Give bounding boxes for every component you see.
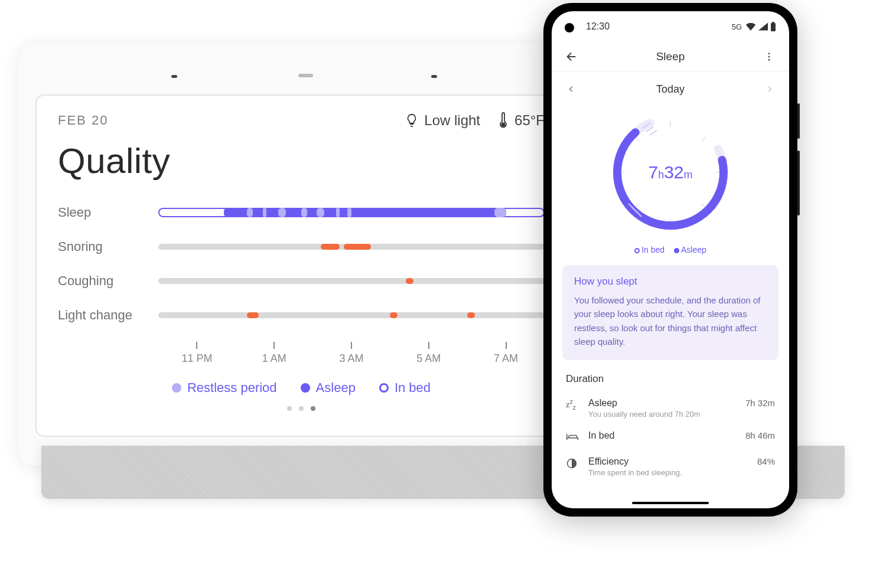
phone-screen[interactable]: 12:30 5G Sleep Today [552, 11, 789, 508]
half-circle-icon [566, 458, 579, 471]
axis-tick: 3 AM [313, 342, 390, 365]
svg-point-4 [768, 55, 770, 57]
back-button[interactable] [562, 47, 581, 66]
hub-date: FEB 20 [58, 113, 108, 128]
battery-icon [770, 22, 776, 31]
arrow-left-icon [565, 50, 578, 63]
svg-rect-2 [772, 22, 774, 24]
app-bar-title: Sleep [656, 50, 685, 63]
wifi-icon [745, 22, 756, 31]
more-menu-button[interactable] [760, 47, 778, 66]
page-dot[interactable] [299, 406, 304, 411]
axis-tick: 11 PM [158, 342, 236, 365]
pixel-phone: 12:30 5G Sleep Today [543, 3, 797, 517]
duration-heading: Duration [552, 373, 789, 385]
axis-tick: 5 AM [390, 342, 467, 365]
page-dots[interactable] [58, 406, 545, 411]
sleep-track[interactable] [158, 208, 545, 217]
legend-inbed: In bed [379, 380, 431, 396]
legend-inbed-swatch-icon [634, 248, 640, 253]
hub-sensor-right [431, 75, 437, 78]
hub-title: Quality [58, 141, 545, 181]
svg-point-0 [502, 123, 505, 126]
stat-value: 8h 46m [745, 430, 775, 440]
stat-name: Efficiency [588, 456, 748, 467]
more-vert-icon [764, 51, 774, 62]
power-button[interactable] [797, 103, 800, 139]
network-label: 5G [732, 22, 742, 31]
stat-row-efficiency[interactable]: Efficiency Time spent in bed sleeping. 8… [552, 452, 789, 484]
temperature-text: 65°F [514, 112, 545, 129]
ring-legend: In bed Asleep [552, 245, 789, 254]
lightbulb-icon [405, 113, 418, 128]
svg-rect-1 [771, 23, 776, 31]
time-axis: 11 PM 1 AM 3 AM 5 AM 7 AM [158, 342, 545, 365]
next-day-button[interactable] [766, 85, 774, 93]
row-label: Coughing [58, 273, 158, 289]
axis-tick: 1 AM [236, 342, 313, 365]
row-label: Sleep [58, 205, 158, 220]
insight-body: You followed your schedule, and the dura… [574, 293, 767, 348]
temperature-status: 65°F [498, 112, 545, 129]
legend-restless: Restless period [172, 380, 277, 396]
timeline-row-sleep: Sleep [58, 205, 545, 220]
stat-name: In bed [588, 430, 736, 441]
row-label: Light change [58, 308, 158, 323]
app-bar: Sleep [552, 42, 789, 71]
snoring-track[interactable] [158, 244, 545, 250]
stat-sub: Time spent in bed sleeping. [588, 468, 748, 477]
timeline-row-snoring: Snoring [58, 239, 545, 254]
hub-top-bar: FEB 20 Low light 65°F [58, 112, 545, 129]
clock-text: 12:30 [586, 21, 610, 32]
zzz-icon: zzz [566, 399, 579, 412]
nest-hub-device: FEB 20 Low light 65°F Quality Sle [18, 41, 585, 466]
hub-status-group: Low light 65°F [405, 112, 545, 129]
hub-legend: Restless period Asleep In bed [58, 380, 545, 396]
timeline-row-lightchange: Light change [58, 308, 545, 323]
stat-row-asleep[interactable]: zzz Asleep You usually need around 7h 20… [552, 393, 789, 426]
lightchange-track[interactable] [158, 312, 545, 318]
hub-camera [298, 74, 313, 77]
chevron-right-icon [766, 85, 774, 93]
axis-tick: 7 AM [467, 342, 545, 365]
ring-center-value: 7h32m [608, 110, 732, 234]
prev-day-button[interactable] [567, 85, 575, 93]
status-icons: 5G [732, 22, 776, 31]
timeline-row-coughing: Coughing [58, 273, 545, 289]
stat-value: 84% [757, 456, 775, 466]
hub-sensor-left [171, 75, 177, 78]
row-label: Snoring [58, 239, 158, 254]
front-camera-icon [565, 23, 574, 32]
svg-point-5 [768, 58, 770, 60]
legend-asleep: Asleep [301, 380, 356, 396]
bed-icon [566, 432, 579, 445]
insight-title: How you slept [574, 276, 767, 288]
page-dot-active[interactable] [311, 406, 315, 411]
signal-icon [758, 22, 768, 31]
sleep-ring-chart[interactable]: 7h32m [552, 107, 789, 241]
stat-sub: You usually need around 7h 20m [588, 410, 736, 419]
date-label: Today [656, 83, 685, 96]
thermometer-icon [498, 112, 509, 129]
home-indicator[interactable] [632, 502, 709, 504]
stat-name: Asleep [588, 398, 736, 409]
chevron-left-icon [567, 85, 575, 93]
legend-asleep-swatch-icon [674, 248, 679, 253]
stat-value: 7h 32m [745, 398, 775, 408]
light-status: Low light [405, 112, 480, 129]
page-dot[interactable] [287, 406, 292, 411]
stat-row-inbed[interactable]: In bed 8h 46m [552, 426, 789, 452]
hub-screen[interactable]: FEB 20 Low light 65°F Quality Sle [35, 94, 567, 437]
light-status-text: Low light [424, 112, 480, 129]
insight-card[interactable]: How you slept You followed your schedule… [562, 265, 778, 360]
coughing-track[interactable] [158, 278, 545, 284]
volume-rocker[interactable] [797, 151, 800, 215]
svg-point-3 [768, 53, 770, 54]
date-navigator: Today [552, 71, 789, 107]
android-status-bar: 12:30 5G [552, 11, 789, 42]
